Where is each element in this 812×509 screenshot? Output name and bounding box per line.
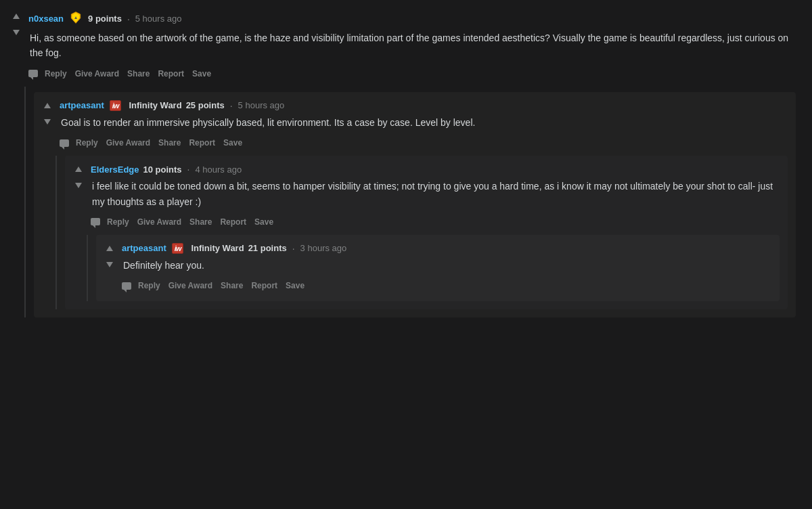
save-button-4[interactable]: Save [283,278,307,293]
report-button-3[interactable]: Report [217,215,249,229]
username-3[interactable]: EldersEdge [91,164,139,175]
report-button-2[interactable]: Report [186,135,218,150]
comment-indent-3: EldersEdge 10 points · 4 hours ago i fee… [55,156,788,309]
downvote-button-1[interactable] [11,26,22,39]
upvote-button-2[interactable] [42,100,53,114]
comment-body-4: Definitely hear you. [122,258,771,273]
comment-indent-2: artpeasant iw Infinity Ward 25 points · … [24,87,796,318]
downvote-button-2[interactable] [42,115,53,129]
comment-2: artpeasant iw Infinity Ward 25 points · … [34,92,796,318]
reply-button-3[interactable]: Reply [104,215,132,229]
upvote-button-4[interactable] [104,243,115,257]
flair-badge-2: iw [110,100,122,111]
share-button-4[interactable]: Share [218,278,246,293]
flair-badge-4: iw [172,243,184,254]
comment-main-4: artpeasant iw Infinity Ward 21 points · … [122,243,771,293]
comment-main-2: artpeasant iw Infinity Ward 25 points · … [60,100,788,150]
comment-indent-4: artpeasant iw Infinity Ward 21 points · … [87,235,780,301]
share-button-3[interactable]: Share [187,215,215,229]
comment-header-4: artpeasant iw Infinity Ward 21 points · … [122,243,771,254]
timestamp-2: 5 hours ago [238,100,285,110]
flair-logo-text-4: iw [175,244,181,252]
comment-actions-4: Reply Give Award Share Report Save [122,278,771,293]
give-award-button-2[interactable]: Give Award [104,135,153,150]
give-award-button-1[interactable]: Give Award [72,66,122,81]
share-button-2[interactable]: Share [156,135,183,150]
chat-icon-2 [60,139,69,147]
reply-button-1[interactable]: Reply [42,66,70,81]
points-2: 25 points [186,100,225,110]
give-award-button-3[interactable]: Give Award [135,215,184,229]
reply-button-4[interactable]: Reply [135,278,163,293]
points-3: 10 points [143,164,182,175]
timestamp-1: 5 hours ago [135,14,182,24]
vote-controls-1 [11,11,22,39]
svg-text:▲: ▲ [74,15,78,20]
chat-icon-3 [91,218,100,225]
comment-body-2: Goal is to render an immersive physicall… [60,115,788,130]
username-2[interactable]: artpeasant [60,100,104,110]
comment-1: n0xsean ▲ 9 points · 5 hours ago Hi, as … [11,11,796,317]
comment-body-1: Hi, as someone based on the artwork of t… [28,30,796,61]
comment-actions-1: Reply Give Award Share Report Save [28,66,796,81]
reply-button-2[interactable]: Reply [73,135,101,150]
flair-label-2: Infinity Ward [129,100,181,110]
separator-4: · [292,243,295,254]
points-4: 21 points [248,243,287,253]
vote-controls-4 [104,243,115,271]
save-button-1[interactable]: Save [189,66,214,81]
chat-icon-1 [28,70,38,77]
comment-thread: n0xsean ▲ 9 points · 5 hours ago Hi, as … [11,11,796,317]
save-button-3[interactable]: Save [252,215,276,229]
downvote-button-4[interactable] [104,258,115,271]
comment-actions-2: Reply Give Award Share Report Save [60,135,788,150]
comment-header-2: artpeasant iw Infinity Ward 25 points · … [60,100,788,111]
chat-icon-4 [122,282,131,290]
username-4[interactable]: artpeasant [122,243,166,253]
vote-controls-2 [42,100,53,129]
comment-actions-3: Reply Give Award Share Report Save [91,215,780,229]
vote-controls-3 [73,164,84,192]
points-1: 9 points [88,14,122,24]
report-button-1[interactable]: Report [155,66,187,81]
comment-header-3: EldersEdge 10 points · 4 hours ago [91,164,780,175]
comment-header-1: n0xsean ▲ 9 points · 5 hours ago [28,11,796,26]
timestamp-3: 4 hours ago [196,164,242,175]
downvote-button-3[interactable] [73,179,84,192]
timestamp-4: 3 hours ago [300,243,347,253]
flair-logo-text-2: iw [112,102,119,110]
report-button-4[interactable]: Report [248,278,280,293]
separator-2: · [230,100,233,111]
comment-main-1: n0xsean ▲ 9 points · 5 hours ago Hi, as … [28,11,796,81]
upvote-button-3[interactable] [73,164,84,177]
separator-1: · [127,14,130,24]
comment-main-3: EldersEdge 10 points · 4 hours ago i fee… [91,164,780,229]
award-badge-1: ▲ [69,11,83,26]
flair-label-4: Infinity Ward [191,243,244,253]
comment-body-3: i feel like it could be toned down a bit… [91,179,780,209]
comment-3: EldersEdge 10 points · 4 hours ago i fee… [65,156,788,309]
username-1[interactable]: n0xsean [28,14,64,24]
separator-3: · [187,164,190,175]
share-button-1[interactable]: Share [125,66,152,81]
comment-4: artpeasant iw Infinity Ward 21 points · … [96,235,780,301]
give-award-button-4[interactable]: Give Award [166,278,215,293]
upvote-button-1[interactable] [11,11,22,24]
save-button-2[interactable]: Save [221,135,245,150]
